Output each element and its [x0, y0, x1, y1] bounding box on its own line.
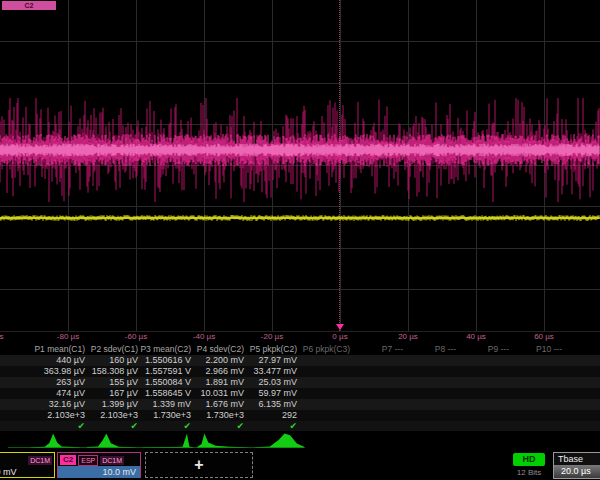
- channel-descriptor-c2[interactable]: C2 ESP DC1M 10.0 mV: [57, 452, 141, 478]
- param-value: 32.16 µV: [49, 399, 85, 410]
- timebase-value: 20.0 µs: [554, 465, 600, 478]
- trigger-marker-icon[interactable]: [336, 324, 344, 330]
- histicon-row[interactable]: [0, 430, 600, 450]
- table-header-row: P1 mean(C1)P2 sdev(C1)P3 mean(C2)P4 sdev…: [0, 344, 600, 355]
- c2-noise-waveform: [0, 98, 599, 202]
- param-value: 1.891 mV: [205, 377, 244, 388]
- param-value: 1.339 mV: [152, 399, 191, 410]
- param-value: 2.103e+3: [100, 410, 138, 421]
- timebase-descriptor[interactable]: Tbase 20.0 µs: [553, 452, 600, 479]
- param-value: 160 µV: [109, 355, 138, 366]
- param-value: 158.308 µV: [92, 366, 138, 377]
- c2-processing-badge: ESP: [78, 455, 98, 466]
- c2-channel-badge: C2: [60, 455, 76, 465]
- oscilloscope-screen: C2 -100 µs-80 µs-60 µs-40 µs-20 µs0 µs20…: [0, 0, 600, 480]
- timebase-label: Tbase: [554, 453, 600, 465]
- c2-coupling-badge: DC1M: [100, 456, 124, 465]
- waveform-plot: [0, 0, 600, 331]
- measurement-table: P1 mean(C1)P2 sdev(C1)P3 mean(C2)P4 sdev…: [0, 344, 600, 430]
- histicon-P3[interactable]: [143, 434, 193, 448]
- time-tick-label: 0 µs: [332, 332, 347, 341]
- param-value: 2.103e+3: [47, 410, 85, 421]
- add-trace-button[interactable]: +: [145, 452, 253, 478]
- resolution-bits-label: 12 Bits: [508, 468, 550, 477]
- param-value: 167 µV: [109, 388, 138, 399]
- param-value: 1.550616 V: [145, 355, 191, 366]
- time-tick-label: 40 µs: [466, 332, 486, 341]
- table-row-sdev: 32.16 µV1.399 µV1.339 mV1.676 mV6.135 mV: [0, 399, 600, 410]
- param-value: 2.200 mV: [205, 355, 244, 366]
- param-value: 2.966 mV: [205, 366, 244, 377]
- histicon-P2[interactable]: [87, 434, 136, 448]
- param-value: 6.135 mV: [258, 399, 297, 410]
- param-value: 33.477 mV: [253, 366, 297, 377]
- param-value: 1.399 µV: [102, 399, 138, 410]
- time-tick-label: 20 µs: [398, 332, 418, 341]
- time-tick-label: -40 µs: [193, 332, 215, 341]
- param-value: 363.98 µV: [44, 366, 85, 377]
- param-value: 27.97 mV: [258, 355, 297, 366]
- c1-vdiv-value: 10.0 mV: [0, 466, 54, 478]
- param-header[interactable]: P1 mean(C1): [34, 344, 85, 355]
- table-row-value: 440 µV160 µV1.550616 V2.200 mV27.97 mV: [0, 355, 600, 366]
- time-tick-label: -60 µs: [125, 332, 147, 341]
- c2-vdiv-value: 10.0 mV: [58, 466, 140, 478]
- param-header[interactable]: P3 mean(C2): [140, 344, 191, 355]
- param-header[interactable]: P8 ---: [435, 344, 456, 355]
- trace-badge: C2: [2, 1, 56, 10]
- param-value: 10.031 mV: [200, 388, 244, 399]
- param-value: 474 µV: [56, 388, 85, 399]
- channel-descriptor-c1[interactable]: C1 DC1M 10.0 mV: [0, 452, 55, 478]
- c1-flat-waveform: [0, 215, 600, 221]
- param-value: 440 µV: [56, 355, 85, 366]
- param-header[interactable]: P4 sdev(C2): [197, 344, 244, 355]
- descriptor-bar: C1 DC1M 10.0 mV C2 ESP DC1M 10.0 mV + HD…: [0, 450, 600, 480]
- param-header[interactable]: P10 ---: [536, 344, 562, 355]
- param-value: 263 µV: [56, 377, 85, 388]
- hd-mode-badge[interactable]: HD: [513, 453, 545, 466]
- waveform-grid: C2: [0, 0, 600, 332]
- param-header[interactable]: P9 ---: [488, 344, 509, 355]
- param-value: 1.730e+3: [206, 410, 244, 421]
- histicon-P1[interactable]: [31, 434, 80, 448]
- param-value: 1.730e+3: [153, 410, 191, 421]
- param-value: 1.550084 V: [145, 377, 191, 388]
- histicon-P5[interactable]: [255, 434, 304, 448]
- param-value: 292: [282, 410, 297, 421]
- param-value: 1.557591 V: [145, 366, 191, 377]
- param-value: 25.03 mV: [258, 377, 297, 388]
- param-header[interactable]: P6 pkpk(C3): [303, 344, 350, 355]
- time-tick-label: -20 µs: [261, 332, 283, 341]
- time-axis: -100 µs-80 µs-60 µs-40 µs-20 µs0 µs20 µs…: [0, 331, 600, 344]
- plus-icon: +: [194, 456, 203, 474]
- param-header[interactable]: P2 sdev(C1): [91, 344, 138, 355]
- c1-coupling-badge: DC1M: [28, 456, 52, 465]
- table-row-num: 2.103e+32.103e+31.730e+31.730e+3292: [0, 410, 600, 421]
- time-tick-label: -80 µs: [57, 332, 79, 341]
- param-header[interactable]: P5 pkpk(C2): [250, 344, 297, 355]
- table-row-mean: 363.98 µV158.308 µV1.557591 V2.966 mV33.…: [0, 366, 600, 377]
- table-row-max: 474 µV167 µV1.558645 V10.031 mV59.97 mV: [0, 388, 600, 399]
- param-header[interactable]: P7 ---: [382, 344, 403, 355]
- table-row-min: 263 µV155 µV1.550084 V1.891 mV25.03 mV: [0, 377, 600, 388]
- time-tick-label: 60 µs: [534, 332, 554, 341]
- param-value: 1.676 mV: [205, 399, 244, 410]
- time-tick-label: -100 µs: [0, 332, 3, 341]
- param-value: 59.97 mV: [258, 388, 297, 399]
- param-value: 1.558645 V: [145, 388, 191, 399]
- param-value: 155 µV: [109, 377, 138, 388]
- histicon-P4[interactable]: [197, 434, 247, 448]
